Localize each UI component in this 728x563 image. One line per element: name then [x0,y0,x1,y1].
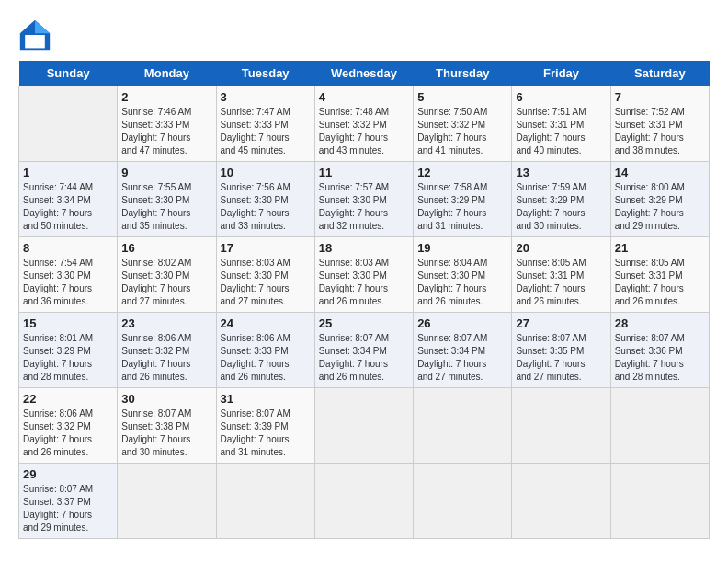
day-info: Sunrise: 8:07 AM Sunset: 3:39 PM Dayligh… [221,408,311,459]
day-header-monday: Monday [118,61,216,86]
day-number: 21 [615,241,705,255]
calendar-cell: 20Sunrise: 8:05 AM Sunset: 3:31 PM Dayli… [512,237,610,313]
logo-icon [18,18,51,52]
day-number: 3 [221,90,311,104]
calendar-cell [610,388,709,464]
day-number: 28 [615,316,705,330]
day-number: 27 [516,316,606,330]
day-number: 30 [121,392,211,406]
calendar-cell: 25Sunrise: 8:07 AM Sunset: 3:34 PM Dayli… [314,313,413,388]
calendar-cell: 8Sunrise: 7:54 AM Sunset: 3:30 PM Daylig… [19,237,118,313]
day-header-friday: Friday [512,61,610,86]
day-number: 15 [23,316,113,330]
day-info: Sunrise: 8:07 AM Sunset: 3:34 PM Dayligh… [417,332,507,384]
day-header-saturday: Saturday [610,61,709,86]
day-info: Sunrise: 8:03 AM Sunset: 3:30 PM Dayligh… [221,257,311,308]
day-info: Sunrise: 8:06 AM Sunset: 3:33 PM Dayligh… [221,332,311,384]
day-number: 11 [319,166,409,179]
day-header-tuesday: Tuesday [216,61,314,86]
calendar-cell: 9Sunrise: 7:55 AM Sunset: 3:30 PM Daylig… [118,162,216,237]
day-info: Sunrise: 8:02 AM Sunset: 3:30 PM Dayligh… [121,257,211,308]
svg-rect-3 [25,35,45,48]
day-number: 14 [615,166,705,179]
calendar-cell: 29Sunrise: 8:07 AM Sunset: 3:37 PM Dayli… [19,464,118,539]
day-info: Sunrise: 7:57 AM Sunset: 3:30 PM Dayligh… [319,181,409,233]
day-info: Sunrise: 8:05 AM Sunset: 3:31 PM Dayligh… [615,257,705,308]
day-info: Sunrise: 7:54 AM Sunset: 3:30 PM Dayligh… [23,257,113,308]
calendar-cell [314,388,413,464]
day-number: 23 [121,316,211,330]
day-number: 19 [417,241,507,255]
day-info: Sunrise: 8:00 AM Sunset: 3:29 PM Dayligh… [615,181,705,233]
calendar-cell [19,86,118,162]
day-info: Sunrise: 8:07 AM Sunset: 3:38 PM Dayligh… [121,408,211,459]
day-number: 16 [121,241,211,255]
day-number: 22 [23,392,113,406]
calendar-cell [512,464,610,539]
calendar-cell: 16Sunrise: 8:02 AM Sunset: 3:30 PM Dayli… [118,237,216,313]
day-info: Sunrise: 8:07 AM Sunset: 3:37 PM Dayligh… [23,483,113,534]
day-number: 9 [121,166,211,179]
day-number: 1 [23,166,113,179]
calendar-cell: 14Sunrise: 8:00 AM Sunset: 3:29 PM Dayli… [610,162,709,237]
day-info: Sunrise: 8:03 AM Sunset: 3:30 PM Dayligh… [319,257,409,308]
calendar-cell: 24Sunrise: 8:06 AM Sunset: 3:33 PM Dayli… [216,313,314,388]
day-info: Sunrise: 8:01 AM Sunset: 3:29 PM Dayligh… [23,332,113,384]
calendar-cell: 3Sunrise: 7:47 AM Sunset: 3:33 PM Daylig… [216,86,314,162]
calendar-cell [414,388,512,464]
day-info: Sunrise: 7:46 AM Sunset: 3:33 PM Dayligh… [121,106,211,157]
day-info: Sunrise: 7:48 AM Sunset: 3:32 PM Dayligh… [319,106,409,157]
day-info: Sunrise: 7:55 AM Sunset: 3:30 PM Dayligh… [121,181,211,233]
day-info: Sunrise: 8:07 AM Sunset: 3:35 PM Dayligh… [516,332,606,384]
calendar-cell [118,464,216,539]
day-info: Sunrise: 7:50 AM Sunset: 3:32 PM Dayligh… [417,106,507,157]
calendar-cell: 7Sunrise: 7:52 AM Sunset: 3:31 PM Daylig… [610,86,709,162]
calendar-cell: 6Sunrise: 7:51 AM Sunset: 3:31 PM Daylig… [512,86,610,162]
day-info: Sunrise: 7:59 AM Sunset: 3:29 PM Dayligh… [516,181,606,233]
calendar-cell: 30Sunrise: 8:07 AM Sunset: 3:38 PM Dayli… [118,388,216,464]
day-header-wednesday: Wednesday [314,61,413,86]
day-number: 18 [319,241,409,255]
day-number: 29 [23,467,113,481]
calendar-cell: 19Sunrise: 8:04 AM Sunset: 3:30 PM Dayli… [414,237,512,313]
calendar-cell: 31Sunrise: 8:07 AM Sunset: 3:39 PM Dayli… [216,388,314,464]
calendar-cell: 28Sunrise: 8:07 AM Sunset: 3:36 PM Dayli… [610,313,709,388]
day-number: 31 [221,392,311,406]
day-number: 8 [23,241,113,255]
calendar-cell: 26Sunrise: 8:07 AM Sunset: 3:34 PM Dayli… [414,313,512,388]
day-info: Sunrise: 8:05 AM Sunset: 3:31 PM Dayligh… [516,257,606,308]
calendar-cell [216,464,314,539]
day-info: Sunrise: 8:06 AM Sunset: 3:32 PM Dayligh… [23,408,113,459]
calendar-cell: 10Sunrise: 7:56 AM Sunset: 3:30 PM Dayli… [216,162,314,237]
day-number: 26 [417,316,507,330]
day-number: 10 [221,166,311,179]
day-number: 2 [121,90,211,104]
day-number: 6 [516,90,606,104]
calendar-cell: 22Sunrise: 8:06 AM Sunset: 3:32 PM Dayli… [19,388,118,464]
day-number: 17 [221,241,311,255]
calendar-cell: 18Sunrise: 8:03 AM Sunset: 3:30 PM Dayli… [314,237,413,313]
calendar-cell [414,464,512,539]
calendar-cell [314,464,413,539]
day-number: 12 [417,166,507,179]
calendar-cell: 21Sunrise: 8:05 AM Sunset: 3:31 PM Dayli… [610,237,709,313]
day-info: Sunrise: 8:07 AM Sunset: 3:36 PM Dayligh… [615,332,705,384]
day-info: Sunrise: 7:51 AM Sunset: 3:31 PM Dayligh… [516,106,606,157]
calendar-cell: 15Sunrise: 8:01 AM Sunset: 3:29 PM Dayli… [19,313,118,388]
day-number: 20 [516,241,606,255]
calendar-cell: 2Sunrise: 7:46 AM Sunset: 3:33 PM Daylig… [118,86,216,162]
logo [18,18,55,52]
calendar-cell: 1Sunrise: 7:44 AM Sunset: 3:34 PM Daylig… [19,162,118,237]
day-info: Sunrise: 7:44 AM Sunset: 3:34 PM Dayligh… [23,181,113,233]
day-info: Sunrise: 8:07 AM Sunset: 3:34 PM Dayligh… [319,332,409,384]
day-info: Sunrise: 7:58 AM Sunset: 3:29 PM Dayligh… [417,181,507,233]
calendar-cell: 4Sunrise: 7:48 AM Sunset: 3:32 PM Daylig… [314,86,413,162]
calendar-cell: 27Sunrise: 8:07 AM Sunset: 3:35 PM Dayli… [512,313,610,388]
day-info: Sunrise: 7:47 AM Sunset: 3:33 PM Dayligh… [221,106,311,157]
day-number: 25 [319,316,409,330]
calendar-cell [610,464,709,539]
day-number: 24 [221,316,311,330]
calendar-cell: 17Sunrise: 8:03 AM Sunset: 3:30 PM Dayli… [216,237,314,313]
day-info: Sunrise: 7:52 AM Sunset: 3:31 PM Dayligh… [615,106,705,157]
calendar-cell: 11Sunrise: 7:57 AM Sunset: 3:30 PM Dayli… [314,162,413,237]
